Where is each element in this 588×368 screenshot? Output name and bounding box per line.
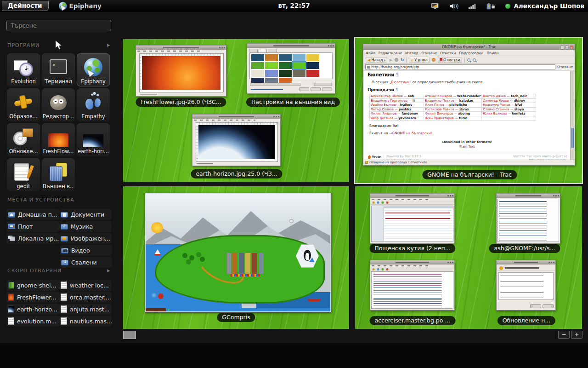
translator-name-link[interactable]: Юлия Волкова — xyxy=(483,112,511,115)
workspace-4[interactable]: Пощенска кутия (2 неп... ash@GNOME:/usr/… xyxy=(355,186,582,329)
recent-item[interactable]: anjuta.mast... xyxy=(59,304,112,315)
network-signal-icon[interactable] xyxy=(469,3,476,9)
back-button[interactable]: ◀ Назад ▾ xyxy=(366,57,387,63)
wallpaper-thumb[interactable] xyxy=(279,54,292,61)
bulletins-link[interactable]: Бюлетини xyxy=(391,80,410,84)
recent-expand-icon[interactable]: ▶ xyxy=(107,268,110,273)
activities-button[interactable]: Дейности xyxy=(2,1,49,11)
wallpaper-thumb[interactable] xyxy=(306,70,319,77)
bookmarks-button[interactable]: Отметки xyxy=(438,57,462,63)
wallpaper-thumb[interactable] xyxy=(279,62,292,69)
app-tile-earth-horizon[interactable]: earth-hori... xyxy=(77,123,110,156)
gcompris-control-bar[interactable] xyxy=(146,308,330,311)
update-manager-window[interactable] xyxy=(496,260,556,310)
place-item-pictures[interactable]: Изображен... xyxy=(59,233,112,244)
translator-name-link[interactable]: Филип Димитров — xyxy=(425,112,457,115)
place-item-downloads[interactable]: Свалени xyxy=(60,257,112,268)
wallpaper-thumb[interactable] xyxy=(293,62,305,69)
translator-name-link[interactable]: Илия Пенев — xyxy=(425,103,448,107)
place-item-home[interactable]: Домашна п... xyxy=(6,209,59,220)
url-input[interactable]: http://fsa-bg.org/project/gtp xyxy=(365,64,555,69)
workspace-1[interactable]: FreshFlower.jpg-26.0 (ЧЗС... Настройки н… xyxy=(123,39,349,182)
terminal-window[interactable] xyxy=(496,193,560,244)
update-buttons[interactable] xyxy=(530,304,554,308)
stop-icon[interactable] xyxy=(395,58,398,62)
menu-tabs[interactable]: Подпрозорци xyxy=(459,51,483,55)
wallpaper-thumb[interactable] xyxy=(306,62,319,69)
translator-name-link[interactable]: Явор Доганов — xyxy=(371,116,397,120)
translator-name-link[interactable]: Ивайло Вълков— xyxy=(371,103,399,107)
recent-item[interactable]: earth-horizo... xyxy=(6,304,59,315)
translator-name-link[interactable]: Димитър Киров — xyxy=(483,99,513,103)
wallpaper-thumb[interactable] xyxy=(251,62,264,69)
programs-expand-icon[interactable]: ▶ xyxy=(107,43,110,47)
app-tile-gcompris[interactable]: Образов... xyxy=(7,88,40,121)
go-button[interactable]: Отиване xyxy=(557,65,573,69)
translator-name-link[interactable]: Виктор Дачев — xyxy=(483,94,509,98)
translator-name-link[interactable]: Александър Шопов — xyxy=(371,94,407,98)
app-tile-evolution[interactable]: Evolution xyxy=(7,53,40,86)
app-tile-terminal[interactable]: Терминал xyxy=(42,53,75,86)
place-item-videos[interactable]: Видео xyxy=(60,245,112,256)
translator-name-link[interactable]: Владимир Петков — xyxy=(425,99,458,103)
home-button[interactable]: ⌂ У дома xyxy=(409,57,430,63)
translator-name-link[interactable]: Красимир Чонов — xyxy=(483,103,514,107)
zoom-out-icon[interactable] xyxy=(473,58,476,62)
app-tile-gimp[interactable]: Редактор ... xyxy=(42,88,75,121)
app-tile-software-update[interactable]: Обновле... xyxy=(7,123,40,156)
place-item-desktop[interactable]: Плот xyxy=(6,221,59,232)
wallpaper-thumb[interactable] xyxy=(293,70,305,77)
browser-menubar[interactable]: Файл Редактиране Изглед Отиване Отметки … xyxy=(363,50,575,56)
appearance-window[interactable] xyxy=(247,43,335,94)
clock[interactable]: вт, 22:57 xyxy=(278,2,310,9)
recent-item[interactable]: nautilus.mas... xyxy=(59,316,112,327)
evolution-mail-window[interactable] xyxy=(370,193,455,244)
zoom-in-icon[interactable] xyxy=(467,58,470,62)
translator-name-link[interactable]: Атанас Кошаров — xyxy=(425,94,456,98)
wallpaper-thumb[interactable] xyxy=(265,70,278,77)
app-menu[interactable]: Epiphany xyxy=(59,2,102,10)
wallpaper-thumb[interactable] xyxy=(265,62,278,69)
search-input[interactable] xyxy=(6,20,111,31)
window-titlebar[interactable]: GNOME на български! - Trac _□× xyxy=(363,44,575,50)
recent-item[interactable]: FreshFlower... xyxy=(6,292,59,303)
battery-icon[interactable] xyxy=(486,3,495,10)
window-buttons[interactable]: _□× xyxy=(560,46,573,49)
menu-go[interactable]: Отиване xyxy=(421,51,437,55)
workspace-indicator[interactable] xyxy=(123,331,136,339)
menu-help[interactable]: Помощ xyxy=(486,51,499,55)
translator-name-link[interactable]: Петър Славов — xyxy=(371,108,398,111)
place-item-documents[interactable]: Документи xyxy=(59,209,112,220)
place-item-music[interactable]: Музика xyxy=(59,221,112,232)
forward-icon[interactable]: ▶ xyxy=(390,58,392,62)
gcompris-window[interactable] xyxy=(145,193,331,312)
workspace-2[interactable]: GNOME на български! - Trac _□× Файл Реда… xyxy=(355,38,582,183)
recent-item[interactable]: gnome-shel... xyxy=(6,280,59,291)
display-icon[interactable] xyxy=(431,3,440,10)
team-link[interactable]: →GNOME на български! xyxy=(389,131,432,135)
gimp-freshflower-window[interactable] xyxy=(136,45,226,97)
wallpaper-thumb[interactable] xyxy=(251,54,264,61)
user-menu[interactable]: Александър Шопов xyxy=(505,2,584,10)
workspace-3[interactable]: GCompris xyxy=(123,186,349,329)
translator-name-link[interactable]: Владимира Гиргинова — xyxy=(371,99,412,103)
recent-item[interactable]: orca.master.... xyxy=(59,292,112,303)
trac-logo[interactable]: trac xyxy=(368,155,381,159)
recent-item[interactable]: evolution.m... xyxy=(6,316,59,327)
gimp-earth-window[interactable] xyxy=(192,114,281,166)
app-tile-empathy[interactable]: Empathy xyxy=(77,88,110,121)
translator-name-link[interactable]: Филип Андонов — xyxy=(371,112,401,115)
menu-view[interactable]: Изглед xyxy=(405,51,418,55)
app-tile-gedit[interactable]: gedit xyxy=(7,158,40,191)
wallpaper-thumb[interactable] xyxy=(306,54,319,61)
menu-file[interactable]: Файл xyxy=(366,51,375,55)
get-more-backgrounds-link[interactable] xyxy=(251,89,283,90)
app-tile-freshflower[interactable]: FreshFlow... xyxy=(42,123,75,156)
gedit-window[interactable] xyxy=(370,260,455,310)
appearance-tabs[interactable] xyxy=(249,49,277,52)
app-tile-appearance[interactable]: Външен в... xyxy=(42,158,75,191)
workspace-remove-button[interactable]: − xyxy=(558,331,570,339)
translator-name-link[interactable]: Стойчо Станчев — xyxy=(483,108,513,111)
place-item-network[interactable]: Локална мр... xyxy=(6,233,59,244)
translator-name-link[interactable]: Ростислав Райков — xyxy=(425,108,458,111)
